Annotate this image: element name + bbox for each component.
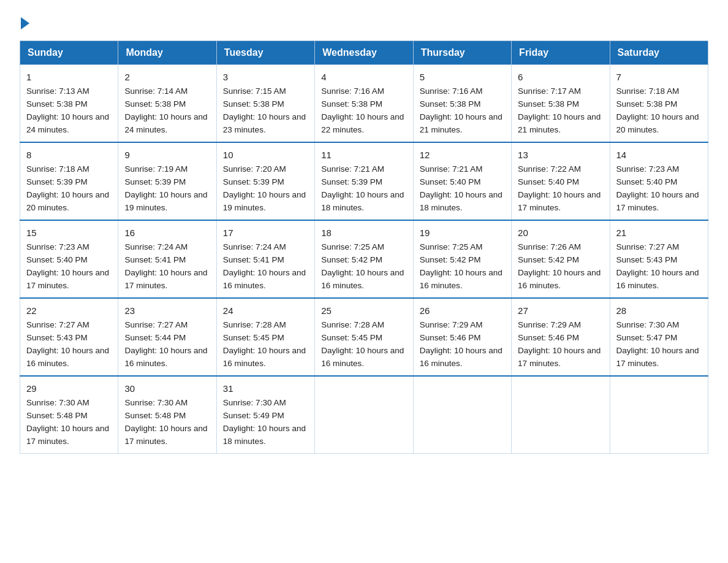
daylight-text: Daylight: 10 hours and 20 minutes. xyxy=(616,112,699,134)
sunset-text: Sunset: 5:40 PM xyxy=(26,255,88,264)
sunrise-text: Sunrise: 7:19 AM xyxy=(124,164,188,174)
daylight-text: Daylight: 10 hours and 18 minutes. xyxy=(223,424,306,446)
sunrise-text: Sunrise: 7:17 AM xyxy=(518,86,581,96)
sunrise-text: Sunrise: 7:20 AM xyxy=(223,164,286,174)
sunset-text: Sunset: 5:38 PM xyxy=(321,99,382,109)
sunset-text: Sunset: 5:38 PM xyxy=(223,99,284,109)
calendar-cell: 27Sunrise: 7:29 AMSunset: 5:46 PMDayligh… xyxy=(512,298,610,376)
sunrise-text: Sunrise: 7:27 AM xyxy=(26,320,89,329)
day-header-tuesday: Tuesday xyxy=(216,41,314,65)
calendar-cell: 29Sunrise: 7:30 AMSunset: 5:48 PMDayligh… xyxy=(20,376,118,453)
calendar-cell: 17Sunrise: 7:24 AMSunset: 5:41 PMDayligh… xyxy=(216,220,314,298)
sunset-text: Sunset: 5:46 PM xyxy=(420,333,481,342)
daylight-text: Daylight: 10 hours and 19 minutes. xyxy=(124,190,207,212)
daylight-text: Daylight: 10 hours and 17 minutes. xyxy=(124,268,207,290)
day-number: 19 xyxy=(420,226,505,240)
day-number: 20 xyxy=(518,226,603,240)
calendar-cell: 9Sunrise: 7:19 AMSunset: 5:39 PMDaylight… xyxy=(118,142,216,220)
sunrise-text: Sunrise: 7:23 AM xyxy=(26,242,89,251)
daylight-text: Daylight: 10 hours and 17 minutes. xyxy=(124,424,207,446)
calendar-week-row: 29Sunrise: 7:30 AMSunset: 5:48 PMDayligh… xyxy=(20,376,708,453)
day-number: 21 xyxy=(616,226,702,240)
sunset-text: Sunset: 5:42 PM xyxy=(420,255,481,264)
sunset-text: Sunset: 5:38 PM xyxy=(616,99,678,109)
sunset-text: Sunset: 5:41 PM xyxy=(124,255,186,264)
daylight-text: Daylight: 10 hours and 17 minutes. xyxy=(518,346,601,368)
calendar-week-row: 22Sunrise: 7:27 AMSunset: 5:43 PMDayligh… xyxy=(20,298,708,376)
calendar-cell: 19Sunrise: 7:25 AMSunset: 5:42 PMDayligh… xyxy=(413,220,511,298)
daylight-text: Daylight: 10 hours and 17 minutes. xyxy=(616,346,699,368)
sunrise-text: Sunrise: 7:14 AM xyxy=(124,86,188,96)
calendar-cell: 28Sunrise: 7:30 AMSunset: 5:47 PMDayligh… xyxy=(610,298,708,376)
sunrise-text: Sunrise: 7:29 AM xyxy=(420,320,483,329)
day-number: 7 xyxy=(616,70,702,84)
sunrise-text: Sunrise: 7:13 AM xyxy=(26,86,89,96)
calendar-cell: 6Sunrise: 7:17 AMSunset: 5:38 PMDaylight… xyxy=(512,65,610,142)
calendar-cell: 14Sunrise: 7:23 AMSunset: 5:40 PMDayligh… xyxy=(610,142,708,220)
calendar-cell: 13Sunrise: 7:22 AMSunset: 5:40 PMDayligh… xyxy=(512,142,610,220)
sunrise-text: Sunrise: 7:29 AM xyxy=(518,320,581,329)
sunrise-text: Sunrise: 7:24 AM xyxy=(223,242,286,251)
calendar-table: SundayMondayTuesdayWednesdayThursdayFrid… xyxy=(20,40,708,454)
day-header-sunday: Sunday xyxy=(20,41,118,65)
calendar-cell: 15Sunrise: 7:23 AMSunset: 5:40 PMDayligh… xyxy=(20,220,118,298)
sunrise-text: Sunrise: 7:28 AM xyxy=(223,320,286,329)
sunset-text: Sunset: 5:40 PM xyxy=(616,177,678,186)
calendar-cell xyxy=(512,376,610,453)
calendar-cell: 4Sunrise: 7:16 AMSunset: 5:38 PMDaylight… xyxy=(315,65,413,142)
sunset-text: Sunset: 5:47 PM xyxy=(616,333,678,342)
sunset-text: Sunset: 5:49 PM xyxy=(223,411,284,420)
sunrise-text: Sunrise: 7:26 AM xyxy=(518,242,581,251)
daylight-text: Daylight: 10 hours and 16 minutes. xyxy=(124,346,207,368)
sunrise-text: Sunrise: 7:18 AM xyxy=(26,164,89,174)
sunset-text: Sunset: 5:44 PM xyxy=(124,333,186,342)
sunrise-text: Sunrise: 7:23 AM xyxy=(616,164,680,174)
sunrise-text: Sunrise: 7:16 AM xyxy=(420,86,483,96)
calendar-cell: 2Sunrise: 7:14 AMSunset: 5:38 PMDaylight… xyxy=(118,65,216,142)
day-number: 26 xyxy=(420,304,505,318)
day-number: 15 xyxy=(26,226,112,240)
sunset-text: Sunset: 5:39 PM xyxy=(26,177,88,186)
day-number: 30 xyxy=(124,381,210,396)
calendar-cell: 1Sunrise: 7:13 AMSunset: 5:38 PMDaylight… xyxy=(20,65,118,142)
daylight-text: Daylight: 10 hours and 18 minutes. xyxy=(420,190,502,212)
daylight-text: Daylight: 10 hours and 19 minutes. xyxy=(223,190,306,212)
sunset-text: Sunset: 5:41 PM xyxy=(223,255,284,264)
calendar-cell: 7Sunrise: 7:18 AMSunset: 5:38 PMDaylight… xyxy=(610,65,708,142)
sunset-text: Sunset: 5:45 PM xyxy=(321,333,382,342)
daylight-text: Daylight: 10 hours and 17 minutes. xyxy=(26,268,109,290)
day-number: 16 xyxy=(124,226,210,240)
day-number: 2 xyxy=(124,70,210,84)
day-header-wednesday: Wednesday xyxy=(315,41,413,65)
day-number: 12 xyxy=(420,148,505,162)
daylight-text: Daylight: 10 hours and 24 minutes. xyxy=(124,112,207,134)
daylight-text: Daylight: 10 hours and 16 minutes. xyxy=(223,346,306,368)
daylight-text: Daylight: 10 hours and 16 minutes. xyxy=(616,268,699,290)
day-header-thursday: Thursday xyxy=(413,41,511,65)
day-number: 27 xyxy=(518,304,603,318)
day-number: 9 xyxy=(124,148,210,162)
sunrise-text: Sunrise: 7:25 AM xyxy=(321,242,384,251)
daylight-text: Daylight: 10 hours and 16 minutes. xyxy=(26,346,109,368)
logo xyxy=(20,17,31,29)
calendar-cell: 5Sunrise: 7:16 AMSunset: 5:38 PMDaylight… xyxy=(413,65,511,142)
sunset-text: Sunset: 5:38 PM xyxy=(420,99,481,109)
calendar-cell: 30Sunrise: 7:30 AMSunset: 5:48 PMDayligh… xyxy=(118,376,216,453)
page-header xyxy=(20,15,708,29)
sunset-text: Sunset: 5:43 PM xyxy=(616,255,678,264)
sunrise-text: Sunrise: 7:25 AM xyxy=(420,242,483,251)
sunset-text: Sunset: 5:45 PM xyxy=(223,333,284,342)
sunset-text: Sunset: 5:42 PM xyxy=(321,255,382,264)
sunset-text: Sunset: 5:38 PM xyxy=(124,99,186,109)
calendar-cell xyxy=(610,376,708,453)
sunrise-text: Sunrise: 7:30 AM xyxy=(223,398,286,407)
sunrise-text: Sunrise: 7:21 AM xyxy=(420,164,483,174)
sunrise-text: Sunrise: 7:28 AM xyxy=(321,320,384,329)
daylight-text: Daylight: 10 hours and 16 minutes. xyxy=(420,346,502,368)
calendar-cell: 26Sunrise: 7:29 AMSunset: 5:46 PMDayligh… xyxy=(413,298,511,376)
sunset-text: Sunset: 5:38 PM xyxy=(518,99,579,109)
calendar-header-row: SundayMondayTuesdayWednesdayThursdayFrid… xyxy=(20,41,708,65)
daylight-text: Daylight: 10 hours and 24 minutes. xyxy=(26,112,109,134)
day-number: 6 xyxy=(518,70,603,84)
sunrise-text: Sunrise: 7:18 AM xyxy=(616,86,680,96)
